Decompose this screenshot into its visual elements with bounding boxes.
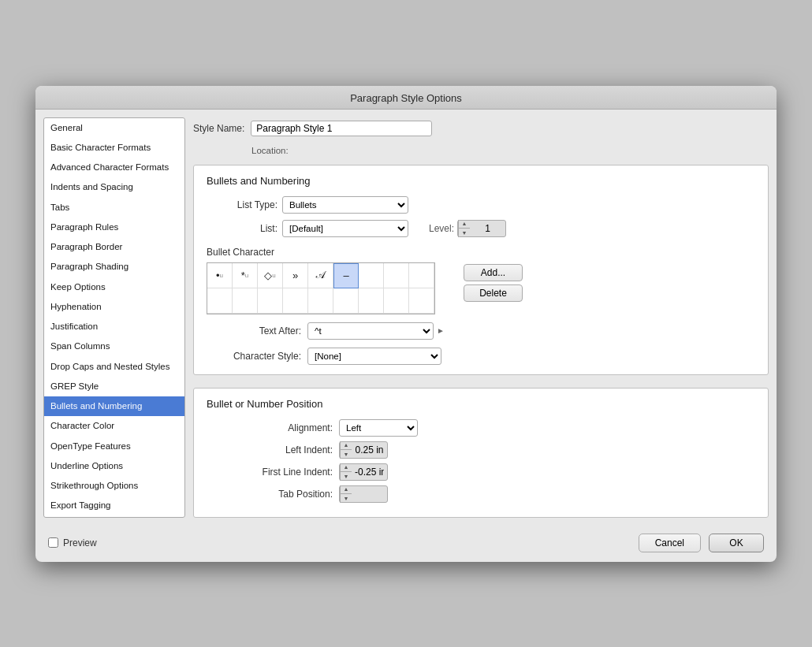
first-line-indent-input[interactable] bbox=[352, 467, 387, 478]
first-line-indent-spinner[interactable]: ▲ ▼ bbox=[339, 463, 388, 481]
tab-position-input[interactable] bbox=[352, 489, 387, 500]
bullet-cell-9[interactable] bbox=[207, 288, 233, 314]
ok-button[interactable]: OK bbox=[709, 534, 764, 552]
sidebar-item-tabs[interactable]: Tabs bbox=[44, 198, 184, 218]
bullet-cell-15[interactable] bbox=[359, 288, 384, 314]
sidebar-item-hyphenation[interactable]: Hyphenation bbox=[44, 297, 184, 317]
bullet-cell-8[interactable] bbox=[409, 263, 434, 288]
bullet-cell-1[interactable]: *u bbox=[233, 263, 258, 288]
location-row: Location: bbox=[193, 146, 769, 158]
text-after-select[interactable]: ^t bbox=[307, 322, 434, 340]
sidebar-item-underline-options[interactable]: Underline Options bbox=[44, 456, 184, 476]
sidebar-item-paragraph-border[interactable]: Paragraph Border bbox=[44, 237, 184, 257]
delete-button[interactable]: Delete bbox=[464, 284, 523, 302]
alignment-select[interactable]: Left bbox=[339, 419, 418, 437]
tab-position-down[interactable]: ▼ bbox=[341, 494, 352, 503]
sidebar-item-strikethrough-options[interactable]: Strikethrough Options bbox=[44, 476, 184, 496]
position-section: Bullet or Number Position Alignment: Lef… bbox=[193, 388, 769, 518]
tab-position-spinner[interactable]: ▲ ▼ bbox=[339, 485, 388, 503]
bullet-cell-14[interactable] bbox=[333, 288, 359, 314]
style-name-label: Style Name: bbox=[193, 123, 244, 134]
text-after-label: Text After: bbox=[207, 325, 301, 337]
alignment-label: Alignment: bbox=[207, 422, 333, 433]
first-line-indent-down[interactable]: ▼ bbox=[341, 472, 352, 481]
tab-position-row: Tab Position: ▲ ▼ bbox=[207, 485, 755, 503]
add-button[interactable]: Add... bbox=[464, 264, 523, 281]
bullet-cell-13[interactable] bbox=[308, 288, 333, 314]
tab-position-arrows[interactable]: ▲ ▼ bbox=[340, 485, 352, 503]
main-content: Style Name: Location: Bullets and Number… bbox=[193, 117, 769, 518]
sidebar-item-general[interactable]: General bbox=[44, 118, 184, 138]
sidebar-item-paragraph-shading[interactable]: Paragraph Shading bbox=[44, 257, 184, 277]
sidebar-item-drop-caps-and-nested-styles[interactable]: Drop Caps and Nested Styles bbox=[44, 357, 184, 377]
level-down-arrow[interactable]: ▼ bbox=[459, 229, 470, 237]
level-section: Level: ▲ ▼ bbox=[429, 220, 506, 237]
bullet-cell-7[interactable] bbox=[384, 263, 409, 288]
level-arrows[interactable]: ▲ ▼ bbox=[458, 220, 470, 237]
bullet-cell-5[interactable]: – bbox=[333, 263, 359, 288]
bullet-cell-10[interactable] bbox=[233, 288, 258, 314]
section-title: Bullets and Numbering bbox=[207, 175, 755, 187]
level-input[interactable] bbox=[470, 223, 505, 234]
sidebar-item-basic-character-formats[interactable]: Basic Character Formats bbox=[44, 138, 184, 158]
bullets-numbering-panel: Bullets and Numbering List Type: Bullets… bbox=[193, 165, 769, 375]
preview-text: Preview bbox=[63, 537, 97, 548]
left-indent-input[interactable] bbox=[352, 444, 387, 456]
level-up-arrow[interactable]: ▲ bbox=[459, 220, 470, 229]
left-indent-arrows[interactable]: ▲ ▼ bbox=[340, 441, 352, 459]
level-spinner[interactable]: ▲ ▼ bbox=[457, 220, 506, 237]
bullet-cell-16[interactable] bbox=[384, 288, 409, 314]
bullet-cell-3[interactable]: » bbox=[283, 263, 308, 288]
left-indent-row: Left Indent: ▲ ▼ bbox=[207, 441, 755, 459]
sidebar-item-advanced-character-formats[interactable]: Advanced Character Formats bbox=[44, 158, 184, 177]
list-label: List: bbox=[207, 223, 277, 234]
character-style-select[interactable]: [None] bbox=[307, 348, 441, 365]
left-indent-down[interactable]: ▼ bbox=[341, 450, 352, 459]
bullet-cell-2[interactable]: ◇u bbox=[258, 263, 283, 288]
position-title: Bullet or Number Position bbox=[207, 398, 755, 410]
list-select[interactable]: [Default] bbox=[282, 220, 408, 237]
first-line-indent-arrows[interactable]: ▲ ▼ bbox=[340, 463, 352, 481]
tab-position-label: Tab Position: bbox=[207, 489, 333, 500]
sidebar-item-paragraph-rules[interactable]: Paragraph Rules bbox=[44, 218, 184, 237]
sidebar-item-character-color[interactable]: Character Color bbox=[44, 416, 184, 436]
sidebar-item-keep-options[interactable]: Keep Options bbox=[44, 277, 184, 297]
bullet-char-title: Bullet Character bbox=[207, 247, 755, 258]
style-name-row: Style Name: bbox=[193, 117, 769, 139]
sidebar-item-indents-and-spacing[interactable]: Indents and Spacing bbox=[44, 177, 184, 197]
tab-position-up[interactable]: ▲ bbox=[341, 485, 352, 495]
bullet-char-section: Bullet Character •u*u◇u»𝒜– Add... Delete bbox=[207, 247, 755, 314]
sidebar-item-grep-style[interactable]: GREP Style bbox=[44, 377, 184, 396]
list-row: List: [Default] Level: ▲ ▼ bbox=[207, 220, 755, 237]
text-after-row: Text After: ^t ► bbox=[207, 322, 755, 340]
sidebar: GeneralBasic Character FormatsAdvanced C… bbox=[43, 117, 185, 518]
cancel-button[interactable]: Cancel bbox=[639, 534, 701, 552]
sidebar-item-export-tagging[interactable]: Export Tagging bbox=[44, 496, 184, 515]
text-after-arrow-icon[interactable]: ► bbox=[437, 326, 445, 335]
location-label: Location: bbox=[251, 146, 289, 155]
character-style-label: Character Style: bbox=[207, 351, 301, 362]
sidebar-item-justification[interactable]: Justification bbox=[44, 317, 184, 337]
bullet-cell-6[interactable] bbox=[359, 263, 384, 288]
bullet-cell-4[interactable]: 𝒜 bbox=[308, 263, 333, 288]
bullet-cell-0[interactable]: •u bbox=[207, 263, 233, 288]
dialog-body: GeneralBasic Character FormatsAdvanced C… bbox=[35, 110, 777, 526]
style-name-input[interactable] bbox=[251, 121, 432, 136]
bullet-cell-12[interactable] bbox=[283, 288, 308, 314]
sidebar-item-opentype-features[interactable]: OpenType Features bbox=[44, 437, 184, 456]
preview-label[interactable]: Preview bbox=[48, 537, 97, 548]
dialog-title: Paragraph Style Options bbox=[35, 86, 777, 110]
first-line-indent-label: First Line Indent: bbox=[207, 467, 333, 478]
bottom-bar: Preview Cancel OK bbox=[35, 526, 777, 562]
preview-checkbox[interactable] bbox=[48, 537, 58, 548]
bullet-cell-17[interactable] bbox=[409, 288, 434, 314]
sidebar-item-bullets-and-numbering[interactable]: Bullets and Numbering bbox=[44, 396, 184, 416]
left-indent-up[interactable]: ▲ bbox=[341, 441, 352, 451]
left-indent-spinner[interactable]: ▲ ▼ bbox=[339, 441, 388, 459]
list-type-select[interactable]: Bullets bbox=[282, 196, 408, 214]
bullet-cell-11[interactable] bbox=[258, 288, 283, 314]
first-line-indent-row: First Line Indent: ▲ ▼ bbox=[207, 463, 755, 481]
paragraph-style-options-dialog: Paragraph Style Options GeneralBasic Cha… bbox=[35, 86, 777, 562]
first-line-indent-up[interactable]: ▲ bbox=[341, 463, 352, 473]
sidebar-item-span-columns[interactable]: Span Columns bbox=[44, 337, 184, 356]
